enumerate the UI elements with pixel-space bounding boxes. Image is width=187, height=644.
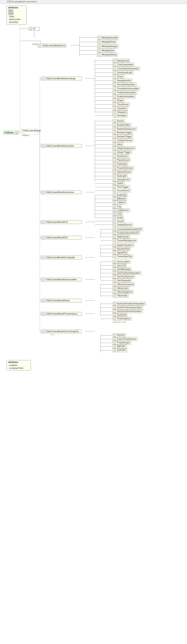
geospatial-node[interactable]: + ChildContentModelGeoSpatial [41, 256, 82, 259]
geoposinterp-node[interactable]: + GeoPositionInterpolator [112, 271, 141, 275]
interchange-expand[interactable]: + [42, 78, 44, 80]
scalarinterp-node[interactable]: + ScalarInterpolator [112, 94, 136, 98]
intseq-node[interactable]: + IntegerSequencer [112, 146, 136, 150]
interchange-node[interactable]: + ChildContentModelInterchange [41, 77, 82, 80]
touchsensor-node[interactable]: + TouchSensor [112, 189, 131, 192]
geo-expand[interactable]: + [42, 256, 44, 259]
core-expand-icon[interactable]: + [39, 45, 41, 47]
staticgroup-node[interactable]: + StaticGroup [112, 235, 130, 238]
protoinst-expand[interactable]: + [42, 313, 44, 315]
geoviewpoint-node[interactable]: + GeoViewpoint [112, 278, 132, 282]
pointlight-node[interactable]: + PointLight [112, 162, 128, 166]
scenegraph-node[interactable]: + ChildContentModelSceneGraphSt... [41, 330, 82, 334]
proxsensor-node[interactable]: + ProximitySensor [112, 166, 134, 170]
navinfo-node[interactable]: + NavigationInfo [112, 79, 132, 82]
immersive-node[interactable]: + ChildContentModelImmersive [41, 190, 82, 194]
booltoggle-node[interactable]: + BooleanToggle [112, 130, 133, 134]
group-node[interactable]: + Group [112, 75, 124, 78]
dis-node[interactable]: + ChildContentModelDIS [41, 236, 82, 240]
childcontentmodelcore-node[interactable]: + ChildContentModelCore [38, 44, 66, 48]
mset-expand[interactable]: + [98, 50, 100, 52]
stringsensor-node[interactable]: + StringSensor [112, 178, 131, 182]
hanimjoint-node[interactable]: + HAnimJoint [112, 286, 130, 290]
switch-node[interactable]: + Switch [112, 182, 124, 185]
transmitterpdu-node[interactable]: + TransmitterPdu [112, 254, 133, 258]
externprotodeclare-node[interactable]: + ExternProtoDeclare [112, 337, 137, 341]
bg-expand[interactable]: + [114, 60, 116, 62]
fog-node[interactable]: + Fog [112, 204, 122, 208]
lod-node[interactable]: + LOD [112, 212, 122, 216]
sg-expand[interactable]: + [42, 330, 44, 333]
inttrigger-node[interactable]: + IntegerTrigger [112, 150, 132, 154]
posinterp2d-node[interactable]: + PositionInterpolator2D [112, 231, 140, 235]
interactive-node[interactable]: + ChildContentModelInteractive [41, 144, 82, 148]
mfloat-expand[interactable]: + [98, 41, 100, 43]
route-node[interactable]: + ROUTE [112, 334, 126, 337]
audioclip-node[interactable]: + AudioClip [112, 193, 128, 197]
nurbsorientinterp-node[interactable]: + NurbsOrientationInterpolator [112, 302, 146, 306]
norminterp-node[interactable]: + NormalInterpolator [112, 83, 136, 86]
posinterp-node[interactable]: + PositionInterpolator [112, 90, 137, 94]
keysensor-node[interactable]: + KeySensor [112, 154, 129, 158]
humanoid-expand[interactable]: + [42, 278, 44, 281]
booltrigger-node[interactable]: + BooleanTrigger [112, 134, 133, 138]
humanoid-node[interactable]: + ChildContentModelHumanoidAn... [41, 278, 82, 282]
import-node[interactable]: + IMPORT [112, 345, 127, 348]
nurbs-node[interactable]: + ChildContentModelNurbs [41, 299, 82, 302]
hanimsite-node[interactable]: + HAnimSite [112, 294, 128, 298]
metadatadouble-node[interactable]: + MetadataDouble [97, 36, 119, 40]
transform-node[interactable]: + Transform [112, 106, 128, 110]
timetrigger-node[interactable]: + TimeTrigger [112, 185, 130, 189]
protoinst-node[interactable]: + ChildContentModelProtoinstance [41, 312, 82, 316]
is-expand-icon[interactable]: + [30, 28, 32, 30]
geotouchsensor-node[interactable]: + GeoTouchSensor [112, 275, 135, 278]
geolod-node[interactable]: + GeoLOD [112, 264, 127, 267]
protodeclare-node[interactable]: + ProtoDeclare [112, 341, 131, 345]
anchor-node[interactable]: + Anchor [112, 119, 125, 123]
loadsensor-node[interactable]: + LoadSensor [112, 208, 130, 212]
geometadata-node[interactable]: + GeoMetadata [112, 267, 131, 271]
billboard-node[interactable]: + Billboard [112, 197, 127, 200]
collision-immersive-node[interactable]: + Collision [112, 200, 126, 204]
coordinterp2d-node[interactable]: + CoordinateInterpolator2D [112, 227, 143, 231]
hanimhumanoid-node[interactable]: + HAnimHumanoid [112, 282, 135, 286]
inline-node[interactable]: + Inline [112, 142, 124, 146]
dis-expand[interactable]: + [42, 236, 44, 239]
minteger-expand[interactable]: + [98, 45, 100, 48]
childcontentmodel-node[interactable]: ChildContentModel 0..∞ [21, 129, 38, 135]
mstring-expand[interactable]: + [98, 54, 100, 56]
spheresensor-node[interactable]: + SphereSensor [112, 170, 132, 174]
sound-node[interactable]: + Sound [112, 220, 124, 223]
receiverpdu-node[interactable]: + ReceiverPdu [112, 247, 131, 251]
colorinterp-node[interactable]: + ColorInterpolator [112, 63, 134, 66]
nurbsset-node[interactable]: + NurbsSet [112, 313, 127, 317]
export-node[interactable]: + EXPORT [112, 348, 127, 352]
texturebg-node[interactable]: + TextureBackground [112, 238, 137, 242]
protoinst-right-node[interactable]: + ProtoInstance [112, 317, 132, 320]
hanimsegment-node[interactable]: + HAnimSegment [112, 290, 134, 294]
metadatastring-node[interactable]: + MetadataString [97, 53, 118, 56]
shape-node[interactable]: + Shape [112, 98, 124, 102]
nurbsposinterp-node[interactable]: + NurbsPositionInterpolator [112, 306, 143, 309]
full-node[interactable]: + ChildContentModelFull [41, 220, 82, 224]
vissensor-node[interactable]: + VisibilitySensor [112, 223, 133, 227]
background-node[interactable]: + Background [112, 59, 130, 62]
geolocation-node[interactable]: + GeoLocation [112, 260, 131, 264]
coordinterp-node[interactable]: + CoordinateInterpolator [112, 67, 140, 70]
nurbs-expand[interactable]: + [42, 300, 44, 302]
interactive-expand[interactable]: + [42, 145, 44, 147]
script-node[interactable]: + Script [112, 216, 124, 220]
immersive-expand[interactable]: + [42, 191, 44, 194]
metadatafloat-node[interactable]: + MetadataFloat [97, 40, 117, 44]
timesensor-node[interactable]: + TimeSensor [112, 102, 130, 106]
dirlight-node[interactable]: + DirectionalLight [112, 71, 133, 74]
collision-expand[interactable]: + [15, 132, 18, 134]
signalpdu-node[interactable]: + SignalPdu [112, 251, 128, 254]
nurbssurfinterp-node[interactable]: + NurbsSurfaceInterpolator [112, 309, 143, 313]
is-node[interactable]: + IS [29, 27, 40, 31]
boolseq-node[interactable]: + BooleanSequencer [112, 127, 137, 131]
full-expand[interactable]: + [42, 221, 44, 223]
collision-main-node[interactable]: Collision + [3, 131, 19, 134]
metadatainteger-node[interactable]: + MetadataInteger [97, 44, 119, 48]
mdouble-expand[interactable]: + [98, 37, 100, 39]
